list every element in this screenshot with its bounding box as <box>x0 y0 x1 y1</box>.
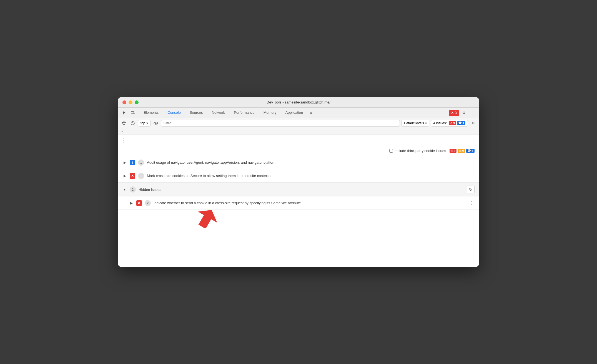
info-icon: i <box>132 161 133 165</box>
tab-list: Elements Console Sources Network Perform… <box>139 108 449 118</box>
minimize-button[interactable] <box>129 100 132 104</box>
three-dots-icon[interactable]: ⋮ <box>121 137 126 143</box>
titlebar: DevTools - samesite-sandbox.glitch.me/ <box>118 97 479 108</box>
issue-row-audit[interactable]: ▶ i 1 Audit usage of navigator.userAgent… <box>118 156 479 169</box>
expand-arrow-icon: ▶ <box>122 160 127 165</box>
warning-badge: ⚠ 0 <box>458 149 465 153</box>
expand-arrow-icon: ▶ <box>129 201 134 205</box>
expand-arrow-icon: ▶ <box>122 174 127 178</box>
issue-text: Audit usage of navigator.userAgent, navi… <box>147 160 475 165</box>
error-count-badge[interactable]: ✕ 3 <box>449 110 459 116</box>
issue-type-error-icon: ✕ <box>130 173 135 179</box>
tab-network[interactable]: Network <box>207 108 230 118</box>
tab-application[interactable]: Application <box>281 108 308 118</box>
include-third-party-checkbox[interactable] <box>389 149 393 153</box>
issue-menu-button[interactable]: ⋮ <box>468 200 475 206</box>
devtools-window: DevTools - samesite-sandbox.glitch.me/ E… <box>118 97 479 267</box>
refresh-button[interactable]: ↻ <box>467 186 475 193</box>
issue-count-circle: 1 <box>138 173 144 179</box>
tab-console[interactable]: Console <box>163 108 185 118</box>
issue-count-circle: 2 <box>145 200 151 206</box>
dropdown-arrow-icon: ▾ <box>146 121 148 125</box>
window-title: DevTools - samesite-sandbox.glitch.me/ <box>267 100 330 104</box>
error-badge: ✕ 3 <box>449 121 456 125</box>
issue-row-samesite[interactable]: ▶ ✕ 2 Indicate whether to send a cookie … <box>118 196 479 210</box>
issue-text: Indicate whether to send a cookie in a c… <box>154 201 465 205</box>
device-toggle-icon[interactable] <box>129 109 137 117</box>
console-toolbar: top ▾ Default levels ▾ 4 Issues: ✕ 3 💬 1 <box>118 118 479 128</box>
issue-type-info-icon: i <box>130 160 135 165</box>
console-options-row: ⋮ <box>118 135 479 146</box>
issues-count-badge[interactable]: 4 Issues: ✕ 3 💬 1 <box>431 120 468 127</box>
console-content: › ⋮ Include third-party cookie issues ✕ … <box>118 128 479 267</box>
error-x-icon: ✕ <box>450 121 453 125</box>
svg-rect-0 <box>131 112 134 114</box>
log-level-selector[interactable]: Default levels ▾ <box>402 120 429 127</box>
hidden-count-circle: 2 <box>130 186 136 193</box>
error-x-icon: ✕ <box>131 174 134 178</box>
tab-memory[interactable]: Memory <box>259 108 281 118</box>
issues-panel: Include third-party cookie issues ✕ 3 ⚠ … <box>118 146 479 210</box>
tab-bar: Elements Console Sources Network Perform… <box>118 108 479 118</box>
hidden-issues-label: Hidden issues <box>139 188 464 192</box>
eye-icon-button[interactable] <box>152 120 159 127</box>
tab-sources[interactable]: Sources <box>185 108 207 118</box>
close-button[interactable] <box>122 100 126 104</box>
more-tabs-button[interactable]: » <box>307 108 314 118</box>
filter-toggle-button[interactable] <box>129 120 136 127</box>
tab-actions: ✕ 3 ⚙ ⋮ <box>449 109 477 117</box>
issue-count-badges: ✕ 3 ⚠ 0 💬 1 <box>450 149 475 153</box>
maximize-button[interactable] <box>135 100 139 104</box>
total-info-badge: 💬 1 <box>466 149 475 153</box>
third-party-options-row: Include third-party cookie issues ✕ 3 ⚠ … <box>118 146 479 156</box>
info-bubble-icon: 💬 <box>458 121 462 125</box>
cursor-icon[interactable] <box>120 109 128 117</box>
error-x-icon: ✕ <box>451 111 454 115</box>
collapse-arrow-icon: ▼ <box>122 187 127 192</box>
issue-text: Mark cross-site cookies as Secure to all… <box>147 174 475 178</box>
hidden-issues-header[interactable]: ▼ 2 Hidden issues ↻ <box>118 183 479 196</box>
total-error-badge: ✕ 3 <box>450 149 456 153</box>
tab-bar-icons <box>120 109 137 117</box>
tab-elements[interactable]: Elements <box>139 108 163 118</box>
error-x-icon: ✕ <box>138 201 141 205</box>
filter-input[interactable] <box>161 120 400 127</box>
frame-selector[interactable]: top ▾ <box>138 120 150 127</box>
settings-button[interactable]: ⚙ <box>460 109 468 117</box>
include-third-party-label[interactable]: Include third-party cookie issues <box>389 149 446 153</box>
info-badge: 💬 1 <box>457 121 465 125</box>
issue-row-cross-site[interactable]: ▶ ✕ 1 Mark cross-site cookies as Secure … <box>118 169 479 183</box>
more-options-button[interactable]: ⋮ <box>469 109 477 117</box>
issue-count-circle: 1 <box>138 160 144 166</box>
dropdown-arrow-icon: ▾ <box>425 121 427 125</box>
console-settings-button[interactable]: ⚙ <box>470 120 477 127</box>
window-controls <box>122 100 139 104</box>
clear-console-button[interactable] <box>120 120 127 127</box>
svg-point-5 <box>155 123 156 124</box>
tab-performance[interactable]: Performance <box>229 108 259 118</box>
issue-type-error-icon: ✕ <box>136 200 142 206</box>
annotation-arrow <box>196 209 218 228</box>
svg-rect-1 <box>134 112 135 114</box>
svg-marker-6 <box>196 209 218 228</box>
svg-point-4 <box>154 122 158 124</box>
error-x-icon: ✕ <box>451 149 453 153</box>
